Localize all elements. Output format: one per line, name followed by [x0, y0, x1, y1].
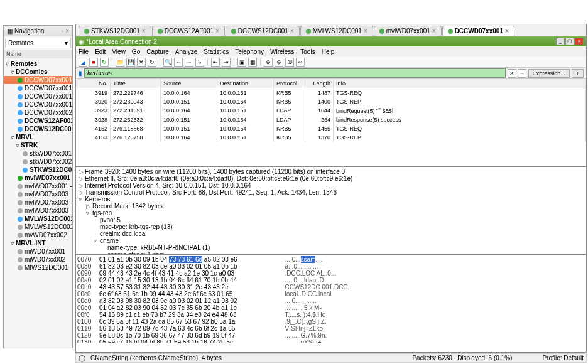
packet-list[interactable]: No. Time Source Destination Protocol Len… — [76, 79, 586, 167]
sb-profile[interactable]: Profile: Default — [542, 355, 584, 361]
nav-item[interactable]: DCCWS12DC001 — [4, 125, 72, 133]
tb-resize-icon[interactable]: ⇔ — [296, 58, 305, 67]
tb-goto-icon[interactable]: ↳ — [195, 58, 204, 67]
menu-item[interactable]: Help — [322, 48, 335, 55]
menu-item[interactable]: Go — [132, 48, 140, 55]
sb-bubble-icon[interactable]: ◯ — [79, 355, 85, 361]
nav-item[interactable]: MIWS12DC001 — [4, 264, 72, 272]
expand-icon[interactable]: ▷ — [86, 203, 92, 210]
nav-group-strk[interactable]: ▿STRK — [4, 141, 72, 149]
menu-item[interactable]: Statistics — [204, 48, 229, 55]
nav-group-mrvlint[interactable]: ▿MRVL-INT — [4, 239, 72, 247]
menu-item[interactable]: View — [112, 48, 126, 55]
menu-item[interactable]: Tools — [300, 48, 315, 55]
detail-line[interactable]: ▷Transmission Control Protocol, Src Port… — [77, 189, 585, 196]
tb-autoscroll-icon[interactable]: ▣ — [237, 58, 246, 67]
detail-line[interactable]: ▿tgs-rep — [77, 210, 585, 217]
tb-close-icon[interactable]: ✕ — [137, 58, 146, 67]
nav-group-dccomics[interactable]: ▿DCComics — [4, 68, 72, 76]
nav-item[interactable]: STKWS12DC001 — [4, 166, 72, 174]
nav-item[interactable]: DCCWD07xx001 - Badg... — [4, 92, 72, 100]
nav-item[interactable]: MVLWS12DC001 — [4, 215, 72, 223]
col-length[interactable]: Length — [305, 79, 334, 88]
packet-row[interactable]: 4152 276.118868 10.0.0.151 10.0.0.164 KR… — [76, 124, 586, 133]
expand-icon[interactable]: ▿ — [86, 210, 92, 217]
expand-icon[interactable]: ▷ — [79, 182, 85, 189]
expand-icon[interactable]: ▷ — [79, 168, 85, 175]
nav-item[interactable]: DCCWD07xx001 - Artem — [4, 84, 72, 92]
menu-item[interactable]: File — [79, 48, 89, 55]
tb-find-icon[interactable]: 🔍 — [163, 58, 172, 67]
expression-button[interactable]: Expression... — [528, 69, 570, 78]
tb-start-icon[interactable]: ◢ — [79, 58, 87, 67]
nav-item[interactable]: mvlWD07xx001 - artem — [4, 182, 72, 190]
hex-line[interactable]: 00a002 01 02 a1 15 30 13 1b 04 6c 64 61 … — [77, 277, 585, 284]
nav-pin-icon[interactable]: ▫ × — [62, 28, 69, 35]
hex-line[interactable]: 00b043 43 57 53 31 32 44 43 30 30 31 2e … — [77, 284, 585, 291]
nav-item[interactable]: MVLWS12DC001 - long user — [4, 223, 72, 231]
expand-icon[interactable]: ▷ — [79, 175, 85, 182]
minimize-button[interactable]: _ — [556, 38, 565, 45]
col-destination[interactable]: Destination — [217, 79, 274, 88]
packet-row[interactable]: 3919 272.229746 10.0.0.164 10.0.0.151 KR… — [76, 88, 586, 97]
menu-item[interactable]: Capture — [146, 48, 169, 55]
detail-line[interactable]: ▷Ethernet II, Src: 0e:a3:0c:a4:da:f8 (0e… — [77, 175, 585, 182]
detail-line[interactable]: name-type: kRB5-NT-PRINCIPAL (1) — [77, 244, 585, 251]
nav-item[interactable]: mvlWD07xx001 — [4, 174, 72, 182]
hex-line[interactable]: 013005 e9 c7 16 bf 04 bf 8b 71 59 53 1b … — [77, 339, 585, 343]
hex-line[interactable]: 007001 01 a1 0b 30 09 1b 04 73 73 61 6d … — [77, 256, 585, 263]
tb-colorize-icon[interactable]: ▦ — [248, 58, 257, 67]
tb-last-icon[interactable]: ⇥ — [222, 58, 231, 67]
tb-zoom100-icon[interactable]: ⦿ — [285, 58, 294, 67]
menu-item[interactable]: Telephony — [235, 48, 264, 55]
packet-row[interactable]: 3923 272.231591 10.0.0.164 10.0.0.151 LD… — [76, 106, 586, 115]
nav-item[interactable]: miWD07xx001 — [4, 247, 72, 255]
nav-root[interactable]: ▿Remotes — [4, 60, 72, 68]
expand-icon[interactable]: ▿ — [94, 237, 100, 244]
detail-line[interactable]: ▷Record Mark: 1342 bytes — [77, 203, 585, 210]
tb-reload-icon[interactable]: ↻ — [148, 58, 156, 67]
col-source[interactable]: Source — [161, 79, 217, 88]
expand-icon[interactable]: ▿ — [79, 196, 85, 203]
col-time[interactable]: Time — [111, 79, 161, 88]
hex-line[interactable]: 00c06c 6f 63 61 6c 1b 09 44 43 43 2e 6f … — [77, 291, 585, 297]
hex-line[interactable]: 009009 44 43 43 2e 4c 4f 43 41 4c a2 1e … — [77, 270, 585, 277]
col-no[interactable]: No. — [76, 79, 111, 88]
detail-line[interactable]: crealm: dcc.local — [77, 230, 585, 237]
hex-line[interactable]: 01000c 39 6a 5f 11 43 2a da 85 67 53 67 … — [77, 318, 585, 325]
tb-first-icon[interactable]: ⇤ — [211, 58, 220, 67]
menu-item[interactable]: Analyze — [175, 48, 198, 55]
detail-line[interactable]: pvno: 5 — [77, 217, 585, 223]
nav-item[interactable]: DCCWD07xx002 - baseline — [4, 109, 72, 117]
nav-item[interactable]: mvWD07xx002 — [4, 231, 72, 239]
nav-item[interactable]: miWD07xx002 — [4, 255, 72, 264]
detail-line[interactable]: ▷Frame 3920: 1400 bytes on wire (11200 b… — [77, 168, 585, 175]
nav-item[interactable]: mvlWD07xx003 - Copy ... — [4, 206, 72, 215]
col-protocol[interactable]: Protocol — [274, 79, 305, 88]
tb-open-icon[interactable]: 📁 — [116, 58, 124, 67]
nav-item[interactable]: DCCWS12AF001 — [4, 117, 72, 125]
hex-line[interactable]: 01209e 58 0c 1b 70 1b 69 36 67 47 30 6d … — [77, 332, 585, 339]
tb-save-icon[interactable]: 💾 — [126, 58, 135, 67]
hex-line[interactable]: 00f054 15 89 c1 c1 eb 73 b7 29 3a 34 e8 … — [77, 311, 585, 318]
detail-line[interactable]: ▷Internet Protocol Version 4, Src: 10.0.… — [77, 182, 585, 189]
tb-next-icon[interactable]: → — [185, 58, 193, 67]
nav-dropdown[interactable]: Remotes ▾ — [5, 38, 71, 48]
detail-line[interactable]: ▿cname — [77, 237, 585, 244]
tb-restart-icon[interactable]: ↻ — [100, 58, 109, 67]
tb-stop-icon[interactable]: ■ — [89, 58, 98, 67]
filter-clear-icon[interactable]: ✕ — [508, 69, 516, 78]
hex-dump[interactable]: 007001 01 a1 0b 30 09 1b 04 73 73 61 6d … — [76, 255, 586, 343]
tb-prev-icon[interactable]: ← — [174, 58, 183, 67]
packet-details[interactable]: ▷Frame 3920: 1400 bytes on wire (11200 b… — [76, 167, 586, 255]
hex-line[interactable]: 00e001 04 a2 82 03 90 04 82 03 7c 35 6b … — [77, 304, 585, 311]
add-filter-button[interactable]: + — [572, 69, 584, 78]
tb-zoomout-icon[interactable]: ⊖ — [275, 58, 283, 67]
hex-line[interactable]: 008061 82 03 e2 30 82 03 de a0 03 02 01 … — [77, 263, 585, 270]
filter-apply-icon[interactable]: → — [518, 69, 526, 78]
nav-item[interactable]: mvlWD07xx003 - Copy — [4, 198, 72, 206]
hex-line[interactable]: 011056 13 53 49 72 09 7d 43 7a 63 4c 6b … — [77, 325, 585, 332]
close-button[interactable]: × — [575, 38, 584, 45]
filter-input[interactable] — [84, 68, 506, 78]
filter-bookmark-icon[interactable]: ▮ — [79, 70, 82, 77]
